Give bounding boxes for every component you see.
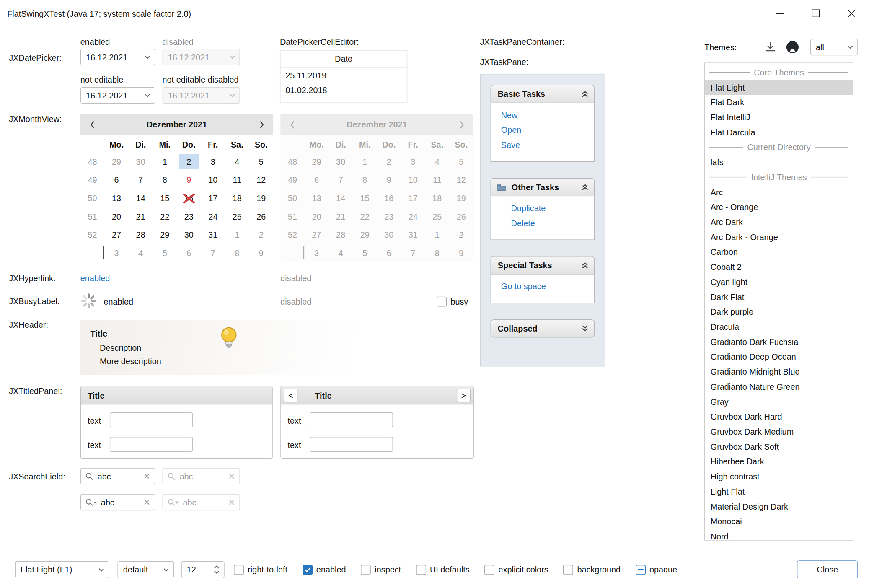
taskpane-link[interactable]: Duplicate [511, 201, 594, 216]
monthview-enabled[interactable]: Dezember 2021Mo.Di.Mi.Do.Fr.Sa.So.482930… [80, 114, 273, 262]
text-input[interactable] [110, 412, 193, 427]
day-cell[interactable]: 13 [104, 189, 129, 207]
day-cell[interactable]: 30 [129, 153, 153, 171]
day-cell[interactable]: 9 [177, 171, 201, 189]
font-size-spinner[interactable]: 12 [181, 561, 225, 578]
text-input[interactable] [310, 437, 393, 452]
day-cell[interactable]: 20 [104, 207, 129, 226]
theme-item[interactable]: Flat Light [705, 80, 853, 95]
theme-item[interactable]: Arc Dark [705, 215, 853, 230]
theme-item[interactable]: Dracula [705, 319, 853, 334]
search-dropdown-icon[interactable] [85, 498, 97, 506]
taskpane-header[interactable]: Basic Tasks [491, 85, 595, 103]
theme-item[interactable]: Arc Dark - Orange [705, 230, 853, 245]
day-cell[interactable]: 10 [201, 171, 225, 189]
taskpane-link[interactable]: Open [501, 122, 594, 137]
chevron-down-icon[interactable] [140, 55, 155, 59]
day-cell[interactable]: 24 [201, 207, 225, 226]
prev-month-icon[interactable] [86, 120, 98, 129]
day-cell[interactable]: 23 [177, 207, 201, 226]
search-field-enabled[interactable]: abc [80, 468, 155, 484]
checkbox-ui-defaults[interactable]: UI defaults [416, 565, 470, 575]
day-cell[interactable]: 1 [153, 153, 177, 171]
day-cell[interactable]: 6 [104, 171, 129, 189]
day-cell[interactable]: 18 [225, 189, 249, 207]
day-cell[interactable]: 7 [201, 244, 225, 262]
theme-item[interactable]: Gruvbox Dark Medium [705, 424, 853, 439]
taskpane-header[interactable]: Collapsed [491, 319, 595, 338]
clear-icon[interactable] [144, 474, 150, 479]
taskpane-header[interactable]: Special Tasks [491, 256, 595, 275]
theme-item[interactable]: Carbon [705, 244, 853, 259]
spinner-up-icon[interactable] [214, 565, 220, 569]
datepicker-noteditable[interactable]: 16.12.2021 [80, 87, 155, 104]
theme-item[interactable]: Flat Dark [705, 95, 853, 110]
day-cell[interactable]: 29 [153, 225, 177, 244]
day-cell[interactable]: 8 [225, 244, 249, 262]
day-cell[interactable]: 3 [201, 153, 225, 171]
github-icon[interactable] [785, 40, 799, 56]
taskpane-link[interactable]: Save [501, 137, 594, 153]
celleditor-table[interactable]: Date 25.11.201901.02.2018 [280, 50, 407, 103]
day-cell[interactable]: 27 [104, 225, 129, 244]
day-cell[interactable]: 19 [249, 189, 274, 207]
next-month-icon[interactable] [256, 120, 268, 129]
table-row[interactable]: 25.11.2019 [280, 67, 407, 83]
theme-item[interactable]: Flat Darcula [705, 125, 853, 140]
laf-combo[interactable]: Flat Light (F1) [15, 561, 109, 578]
theme-item[interactable]: Gradianto Dark Fuchsia [705, 334, 853, 350]
font-combo[interactable]: default [117, 561, 174, 578]
theme-item[interactable]: Monocai [705, 514, 853, 529]
day-cell[interactable]: 29 [104, 153, 129, 171]
day-cell[interactable]: 14 [129, 189, 153, 207]
day-cell[interactable]: 3 [104, 244, 129, 262]
day-cell[interactable]: 11 [225, 171, 249, 189]
text-input[interactable] [110, 437, 193, 452]
taskpane-header[interactable]: Other Tasks [491, 178, 595, 197]
day-cell[interactable]: 5 [249, 153, 274, 171]
search-field-dropdown-enabled[interactable]: abc [80, 494, 155, 511]
clear-icon[interactable] [144, 500, 150, 505]
chevron-double-up-icon[interactable] [582, 262, 589, 269]
datepicker-enabled[interactable]: 16.12.2021 [80, 49, 155, 65]
themes-list[interactable]: Core ThemesFlat LightFlat DarkFlat Intel… [704, 62, 853, 540]
close-button[interactable]: Close [797, 560, 858, 578]
day-cell[interactable]: 1 [225, 225, 249, 244]
theme-item[interactable]: Arc [705, 184, 853, 199]
theme-item[interactable]: Gradianto Nature Green [705, 379, 853, 394]
theme-item[interactable]: Hiberbee Dark [705, 454, 853, 469]
day-cell[interactable]: 4 [129, 244, 153, 262]
theme-item[interactable]: Flat IntelliJ [705, 110, 853, 125]
theme-item[interactable]: Arc - Orange [705, 199, 853, 215]
theme-item[interactable]: Dark purple [705, 304, 853, 319]
day-cell[interactable]: 5 [153, 244, 177, 262]
day-cell[interactable]: 26 [249, 207, 274, 226]
theme-item[interactable]: Gruvbox Dark Hard [705, 409, 853, 424]
chevron-double-up-icon[interactable] [582, 91, 589, 98]
checkbox-enabled[interactable]: enabled [303, 565, 346, 575]
day-cell[interactable]: 8 [153, 171, 177, 189]
theme-item[interactable]: Nord [705, 529, 853, 541]
checkbox-inspect[interactable]: inspect [361, 565, 401, 575]
spinner-down-icon[interactable] [214, 570, 220, 574]
checkbox-explicit-colors[interactable]: explicit colors [484, 565, 548, 575]
day-cell[interactable]: 2 [249, 225, 274, 244]
download-icon[interactable] [764, 41, 776, 54]
titledpanel-right-button[interactable]: > [457, 389, 471, 402]
day-cell[interactable]: 17 [201, 189, 225, 207]
checkbox-right-to-left[interactable]: right-to-left [234, 565, 287, 575]
day-cell[interactable]: 22 [153, 207, 177, 226]
checkbox-opaque[interactable]: opaque [636, 565, 677, 575]
themes-filter-combo[interactable]: all [810, 39, 858, 56]
checkbox-background[interactable]: background [563, 565, 621, 575]
text-input[interactable] [310, 412, 393, 427]
theme-item[interactable]: Gradianto Deep Ocean [705, 349, 853, 364]
taskpane-link[interactable]: New [501, 108, 594, 123]
taskpane-link[interactable]: Delete [511, 216, 594, 231]
maximize-button[interactable] [798, 0, 834, 26]
day-cell[interactable]: 4 [225, 153, 249, 171]
minimize-button[interactable] [763, 0, 798, 26]
titledpanel-left-button[interactable]: < [284, 389, 297, 402]
day-cell[interactable]: 15 [153, 189, 177, 207]
day-cell[interactable]: 7 [129, 171, 153, 189]
